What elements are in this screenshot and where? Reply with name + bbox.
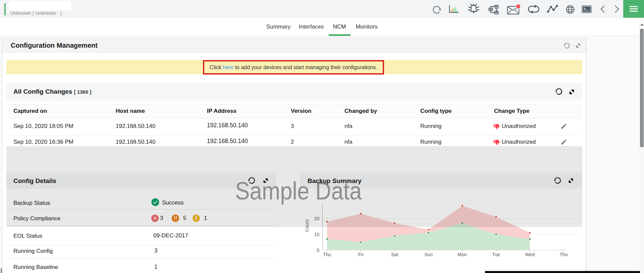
svg-text:Thu: Thu <box>560 252 568 257</box>
svg-text:Sat: Sat <box>391 252 398 257</box>
svg-text:Mon: Mon <box>458 252 467 257</box>
svg-text:0: 0 <box>317 247 319 253</box>
svg-text:Thu: Thu <box>323 252 331 257</box>
svg-text:10: 10 <box>314 232 319 237</box>
svg-text:Sun: Sun <box>424 252 433 257</box>
svg-text:Wed: Wed <box>525 252 535 257</box>
svg-text:Tue: Tue <box>492 252 500 257</box>
svg-text:Fri: Fri <box>358 252 364 257</box>
